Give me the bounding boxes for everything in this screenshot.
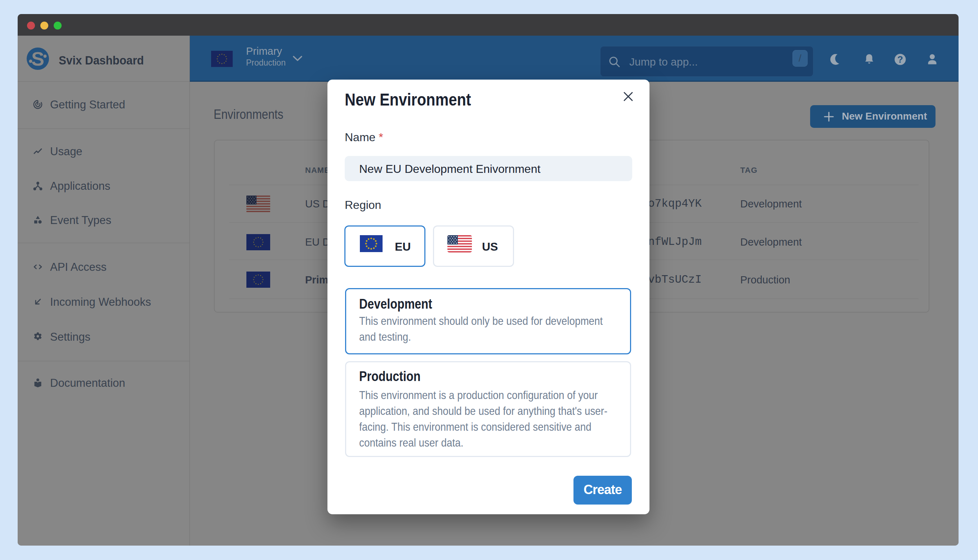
svg-text:?: ?	[897, 54, 903, 65]
svg-text:S: S	[31, 48, 44, 70]
